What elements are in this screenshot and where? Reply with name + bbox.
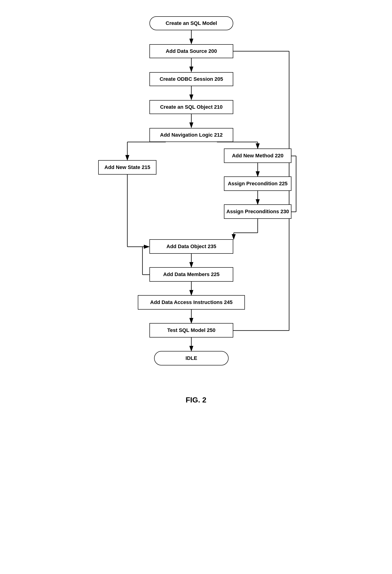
assign-preconditions-label: Assign Preconditions 230 <box>227 208 289 215</box>
create-sql-object-label: Create an SQL Object 210 <box>160 104 223 110</box>
add-nav-logic-node: Add Navigation Logic 212 <box>149 128 233 142</box>
add-data-members-node: Add Data Members 225 <box>149 267 233 282</box>
create-odbc-node: Create ODBC Session 205 <box>149 72 233 86</box>
create-sql-model-label: Create an SQL Model <box>166 20 217 26</box>
flowchart-container: Create an SQL Model Add Data Source 200 … <box>91 9 301 386</box>
add-data-access-label: Add Data Access Instructions 245 <box>150 299 232 305</box>
add-nav-logic-label: Add Navigation Logic 212 <box>160 132 223 138</box>
add-new-state-label: Add New State 215 <box>104 164 150 170</box>
add-data-object-label: Add Data Object 235 <box>166 244 216 249</box>
add-data-source-label: Add Data Source 200 <box>166 48 217 54</box>
assign-precondition-label: Assign Precondition 225 <box>228 181 288 187</box>
test-sql-model-label: Test SQL Model 250 <box>167 327 215 333</box>
create-sql-model-node: Create an SQL Model <box>149 16 233 30</box>
add-data-source-node: Add Data Source 200 <box>149 44 233 58</box>
add-new-method-node: Add New Method 220 <box>224 148 291 163</box>
figure-label: FIG. 2 <box>186 396 206 404</box>
idle-node: IDLE <box>154 351 228 366</box>
add-data-access-node: Add Data Access Instructions 245 <box>138 295 245 309</box>
flowchart: Create an SQL Model Add Data Source 200 … <box>91 9 301 386</box>
create-odbc-label: Create ODBC Session 205 <box>160 76 223 82</box>
idle-label: IDLE <box>186 355 197 361</box>
test-sql-model-node: Test SQL Model 250 <box>149 323 233 338</box>
add-data-object-node: Add Data Object 235 <box>149 239 233 254</box>
assign-preconditions-node: Assign Preconditions 230 <box>224 204 291 219</box>
assign-precondition-node: Assign Precondition 225 <box>224 176 291 191</box>
create-sql-object-node: Create an SQL Object 210 <box>149 100 233 114</box>
add-new-method-label: Add New Method 220 <box>232 153 283 159</box>
add-data-members-label: Add Data Members 225 <box>163 271 220 277</box>
add-new-state-node: Add New State 215 <box>98 160 156 175</box>
